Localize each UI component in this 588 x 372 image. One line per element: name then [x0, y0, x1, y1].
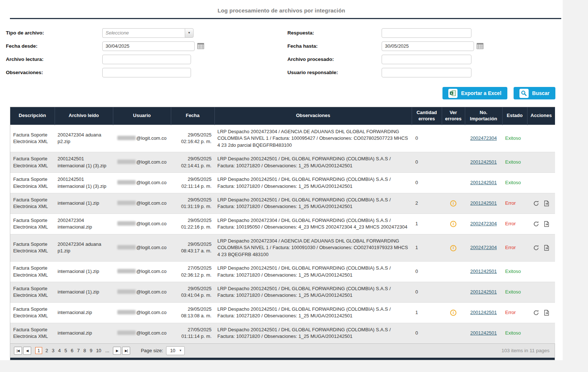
fecha-time: 08:43:17 a. m. [174, 248, 212, 254]
cell-ver-errores [442, 173, 465, 193]
retry-icon[interactable] [533, 245, 539, 251]
page-number[interactable]: 5 [63, 348, 69, 353]
page-number[interactable]: 8 [81, 348, 88, 353]
export-log-icon[interactable] [544, 221, 550, 227]
search-button[interactable]: Buscar [514, 87, 555, 99]
next-page-button[interactable]: ▶ [113, 347, 121, 355]
grid-bottom-bar [10, 358, 555, 360]
import-number-link[interactable]: 2002472304 [470, 135, 497, 141]
cell-archivo-leido: internacional.zip [55, 323, 113, 343]
chevron-down-icon[interactable]: ▼ [185, 28, 194, 38]
cell-ver-errores: i [442, 234, 465, 261]
calendar-icon[interactable] [197, 43, 204, 49]
user-email-domain: @logit.com.co [136, 310, 167, 315]
last-page-button[interactable]: ▶| [122, 347, 130, 355]
page-size-select[interactable]: 10 ▼ [166, 346, 185, 355]
page-number[interactable]: 6 [69, 348, 75, 353]
cell-cantidad-errores: 1 [412, 214, 442, 234]
view-errors-icon[interactable]: i [450, 200, 456, 207]
cell-archivo-leido: 2002472304 aduana p1.zip [55, 234, 113, 261]
fecha-time: 01:31:19 p. m. [174, 203, 212, 210]
column-header-no-importacion: No. Importación [465, 107, 502, 125]
retry-icon[interactable] [533, 221, 539, 227]
column-header-usuario: Usuario [113, 107, 171, 125]
import-number-link[interactable]: 2001242501 [470, 289, 497, 295]
cell-estado: Error [502, 214, 527, 234]
redacted-username [117, 221, 136, 226]
fecha-desde-input[interactable] [102, 41, 195, 51]
tipo-archivo-select[interactable]: Seleccione ▼ [102, 28, 194, 38]
view-errors-icon[interactable]: i [450, 245, 456, 251]
redacted-username [117, 269, 136, 273]
import-number-link[interactable]: 2001242501 [470, 180, 497, 185]
cell-usuario: @logit.com.co [113, 193, 171, 214]
retry-icon[interactable] [533, 200, 539, 207]
cell-fecha: 27/05/202502:36:12 p. m. [171, 262, 214, 282]
first-page-button[interactable]: |◀ [14, 347, 22, 355]
cell-descripcion: Factura Soporte Electrónica XML [10, 193, 55, 214]
usuario-responsable-input[interactable] [382, 68, 471, 77]
import-number-link[interactable]: 2002472304 [470, 245, 497, 250]
prev-page-button[interactable]: ◀ [23, 347, 31, 355]
export-log-icon[interactable] [544, 200, 550, 207]
fecha-time: 01:11:14 p. m. [174, 333, 212, 340]
cell-fecha: 27/05/202501:11:14 p. m. [171, 323, 214, 343]
import-number-link[interactable]: 2001242501 [470, 310, 497, 315]
tipo-archivo-selected-value: Seleccione [102, 28, 185, 38]
cell-acciones [527, 282, 555, 303]
cell-observaciones: LRP Despacho 2001242501 / DHL GLOBAL FOR… [214, 152, 412, 173]
fecha-time: 02:36:12 p. m. [174, 272, 212, 278]
fecha-time: 02:14:41 p. m. [174, 163, 212, 169]
cell-usuario: @logit.com.co [113, 262, 171, 282]
cell-ver-errores [442, 125, 465, 152]
fecha-hasta-input[interactable] [382, 41, 474, 51]
column-header-acciones: Acciones [527, 107, 555, 125]
import-number-link[interactable]: 2002472304 [470, 221, 497, 226]
cell-no-importacion: 2001242501 [465, 152, 502, 173]
page-number[interactable]: 7 [75, 348, 81, 353]
respuesta-input[interactable] [382, 28, 471, 38]
cell-acciones [527, 302, 555, 323]
export-excel-button[interactable]: X Exportar a Excel [442, 87, 507, 99]
view-errors-icon[interactable]: i [450, 221, 456, 227]
page-number[interactable]: 2 [44, 348, 50, 353]
fecha-date: 29/05/2025 [174, 285, 212, 292]
cell-usuario: @logit.com.co [113, 152, 171, 173]
export-log-icon[interactable] [544, 310, 550, 316]
import-number-link[interactable]: 2001242501 [470, 159, 497, 165]
observaciones-input[interactable] [102, 68, 191, 77]
log-grid: DescripciónArchivo leídoUsuarioFechaObse… [10, 107, 555, 360]
table-row: Factura Soporte Electrónica XML200247230… [10, 214, 555, 234]
status-label: Exitoso [505, 289, 521, 295]
cell-observaciones: LRP Despacho 2001242501 / DHL GLOBAL FOR… [214, 193, 412, 214]
cell-archivo-leido: 2001242501 internacional (1) (3).zip [55, 152, 113, 173]
pager-ellipsis[interactable]: ... [103, 348, 111, 353]
import-number-link[interactable]: 2001242501 [470, 269, 497, 274]
cell-cantidad-errores: 1 [412, 234, 442, 261]
cell-descripcion: Factura Soporte Electrónica XML [10, 125, 55, 152]
table-row: Factura Soporte Electrónica XMLinternaci… [10, 282, 555, 303]
retry-icon[interactable] [533, 310, 539, 316]
redacted-username [117, 180, 136, 185]
page-number[interactable]: 3 [50, 348, 56, 353]
import-number-link[interactable]: 2001242501 [470, 330, 497, 336]
current-page[interactable]: 1 [35, 347, 42, 354]
calendar-icon[interactable] [477, 43, 484, 49]
fecha-date: 29/05/2025 [174, 217, 212, 224]
cell-observaciones: LRP Despacho 2002472304 / AGENCIA DE ADU… [214, 125, 412, 152]
redacted-username [117, 289, 136, 294]
view-errors-icon[interactable]: i [450, 310, 456, 316]
export-log-icon[interactable] [544, 245, 550, 251]
cell-acciones [527, 125, 555, 152]
cell-no-importacion: 2002472304 [465, 234, 502, 261]
archivo-procesado-input[interactable] [382, 55, 471, 64]
page-number[interactable]: 9 [88, 348, 94, 353]
page-size-value: 10 [166, 348, 178, 353]
page-number[interactable]: 4 [56, 348, 62, 353]
import-number-link[interactable]: 2001242501 [470, 200, 497, 206]
status-label: Error [505, 221, 516, 226]
fecha-hasta-label: Fecha hasta: [284, 41, 376, 51]
page-number[interactable]: 10 [94, 348, 103, 353]
archivo-lectura-input[interactable] [102, 55, 191, 64]
cell-acciones [527, 152, 555, 173]
